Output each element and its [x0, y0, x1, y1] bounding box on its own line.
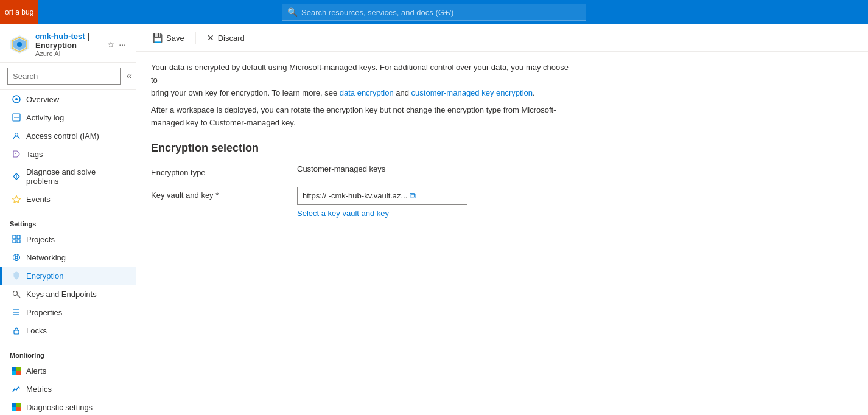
svg-rect-26	[14, 330, 19, 334]
svg-point-19	[13, 254, 20, 261]
sidebar-search-wrap: «	[0, 63, 136, 90]
top-bar: ort a bug 🔍	[0, 0, 868, 24]
svg-rect-29	[12, 371, 16, 375]
diagnostic-icon	[12, 402, 21, 412]
nav-locks[interactable]: Locks	[0, 321, 136, 340]
cmk-encryption-link[interactable]: customer-managed key encryption	[411, 88, 533, 97]
resource-actions: ☆ ···	[107, 40, 126, 49]
content-toolbar: 💾 Save ✕ Discard	[136, 24, 868, 52]
copy-icon[interactable]: ⧉	[410, 190, 416, 201]
diagnose-icon	[12, 172, 21, 181]
svg-rect-31	[12, 403, 16, 408]
resource-subtitle: Azure AI	[35, 50, 101, 57]
svg-rect-15	[17, 235, 20, 239]
svg-point-2	[17, 42, 22, 47]
svg-rect-34	[16, 407, 21, 411]
svg-line-22	[17, 295, 20, 298]
key-vault-label: Key vault and key *	[151, 187, 297, 200]
networking-icon	[12, 253, 21, 262]
access-control-icon	[12, 131, 21, 141]
locks-icon	[12, 326, 21, 335]
sidebar: cmk-hub-test | Encryption Azure AI ☆ ···…	[0, 24, 136, 415]
nav-overview[interactable]: Overview	[0, 90, 136, 108]
nav-networking[interactable]: Networking	[0, 248, 136, 267]
key-vault-input[interactable]: https:// -cmk-hub-kv.vault.az... ⧉	[297, 187, 467, 205]
encryption-type-value: Customer-managed keys	[297, 164, 385, 173]
key-vault-row: Key vault and key * https:// -cmk-hub-kv…	[151, 187, 853, 218]
svg-rect-16	[13, 240, 16, 243]
nav-properties[interactable]: Properties	[0, 303, 136, 321]
activity-log-icon	[12, 113, 21, 122]
svg-rect-17	[17, 240, 20, 243]
content-area: 💾 Save ✕ Discard Your data is encrypted …	[136, 24, 868, 415]
svg-rect-27	[12, 367, 16, 371]
info-paragraph-1: Your data is encrypted by default using …	[151, 61, 577, 99]
svg-rect-32	[16, 403, 21, 408]
key-vault-field: https:// -cmk-hub-kv.vault.az... ⧉ Selec…	[297, 187, 467, 218]
nav-projects[interactable]: Projects	[0, 230, 136, 248]
nav-access-control[interactable]: Access control (IAM)	[0, 127, 136, 145]
encryption-icon	[12, 271, 21, 281]
svg-point-21	[13, 291, 18, 296]
nav-metrics[interactable]: Metrics	[0, 380, 136, 398]
svg-marker-13	[12, 195, 21, 203]
bug-label: ort a bug	[5, 8, 33, 16]
key-vault-value-text: https:// -cmk-hub-kv.vault.az...	[303, 191, 407, 200]
keys-icon	[12, 289, 21, 299]
nav-events[interactable]: Events	[0, 190, 136, 208]
save-button[interactable]: 💾 Save	[151, 30, 186, 45]
section-title: Encryption selection	[151, 142, 853, 155]
nav-diagnose[interactable]: Diagnose and solve problems	[0, 163, 136, 190]
tags-icon	[12, 149, 21, 159]
resource-name-section: cmk-hub-test | Encryption Azure AI	[35, 32, 101, 57]
svg-point-5	[15, 98, 18, 100]
overview-icon	[12, 94, 21, 104]
more-options-icon[interactable]: ···	[119, 40, 126, 49]
metrics-icon	[12, 384, 21, 394]
global-search-input[interactable]	[301, 8, 581, 17]
svg-point-11	[15, 153, 16, 154]
projects-icon	[12, 234, 21, 244]
sidebar-search-input[interactable]	[7, 68, 121, 85]
search-icon: 🔍	[287, 7, 298, 17]
resource-title: cmk-hub-test | Encryption	[35, 32, 101, 50]
properties-icon	[12, 307, 21, 317]
encryption-type-row: Encryption type Customer-managed keys	[151, 164, 853, 177]
save-icon: 💾	[152, 33, 163, 43]
svg-rect-33	[12, 407, 16, 411]
bug-report-button[interactable]: ort a bug	[0, 0, 38, 24]
discard-icon: ✕	[207, 33, 214, 43]
content-body: Your data is encrypted by default using …	[136, 52, 868, 415]
global-search-bar[interactable]: 🔍	[282, 4, 586, 21]
nav-activity-log[interactable]: Activity log	[0, 108, 136, 127]
monitoring-section-label: Monitoring	[0, 344, 136, 361]
alerts-icon	[12, 366, 21, 375]
settings-section-label: Settings	[0, 213, 136, 230]
svg-rect-28	[16, 367, 21, 371]
favorite-icon[interactable]: ☆	[107, 40, 115, 49]
resource-header: cmk-hub-test | Encryption Azure AI ☆ ···	[0, 24, 136, 63]
svg-rect-14	[13, 235, 16, 239]
nav-diagnostic-settings[interactable]: Diagnostic settings	[0, 398, 136, 415]
select-key-vault-link[interactable]: Select a key vault and key	[297, 209, 467, 218]
nav-alerts[interactable]: Alerts	[0, 361, 136, 380]
resource-icon	[10, 35, 29, 54]
save-label: Save	[166, 33, 184, 43]
svg-point-10	[15, 133, 18, 136]
nav-encryption[interactable]: Encryption	[0, 267, 136, 285]
discard-label: Discard	[218, 33, 245, 43]
data-encryption-link[interactable]: data encryption	[340, 88, 394, 97]
sidebar-collapse-button[interactable]: «	[124, 69, 135, 83]
svg-rect-30	[16, 371, 21, 375]
nav-keys-endpoints[interactable]: Keys and Endpoints	[0, 285, 136, 303]
info-paragraph-2: After a workspace is deployed, you can r…	[151, 104, 577, 130]
toolbar-separator	[195, 32, 196, 44]
events-icon	[12, 194, 21, 204]
encryption-type-label: Encryption type	[151, 164, 297, 177]
discard-button[interactable]: ✕ Discard	[206, 30, 246, 45]
nav-tags[interactable]: Tags	[0, 145, 136, 163]
svg-point-18	[15, 256, 18, 259]
